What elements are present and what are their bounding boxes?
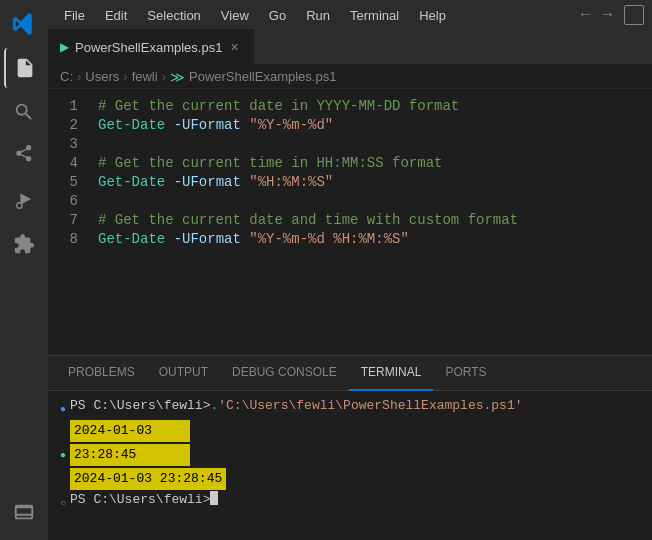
menu-bar: File Edit Selection View Go Run Terminal… — [48, 0, 652, 30]
terminal-line-2: ○ PS C:\Users\fewli> — [60, 491, 640, 513]
terminal-line-1: ● PS C:\Users\fewli> . 'C:\Users\fewli\P… — [60, 397, 640, 419]
breadcrumb-fewli: fewli — [132, 69, 158, 84]
line-content-2: Get-Date -UFormat "%Y-%m-%d" — [98, 116, 652, 135]
panel-tabs: PROBLEMS OUTPUT DEBUG CONSOLE TERMINAL P… — [48, 356, 652, 391]
menu-go[interactable]: Go — [261, 6, 294, 25]
breadcrumb-sep-3: › — [162, 69, 166, 84]
maximize-button[interactable] — [624, 5, 644, 25]
menu-help[interactable]: Help — [411, 6, 454, 25]
terminal-dot-green: ● — [60, 447, 66, 465]
terminal-output-3: ● 2024-01-03 23:28:45 — [60, 467, 640, 491]
breadcrumb-sep-1: › — [77, 69, 81, 84]
code-line-6: 6 — [48, 192, 652, 211]
tab-close-button[interactable]: × — [228, 37, 240, 57]
terminal-date-output: 2024-01-03 — [70, 420, 190, 442]
menu-edit[interactable]: Edit — [97, 6, 135, 25]
terminal-cursor — [210, 491, 218, 505]
panel-tab-output[interactable]: OUTPUT — [147, 356, 220, 391]
breadcrumb: C: › Users › fewli › ≫ PowerShellExample… — [48, 65, 652, 89]
menu-view[interactable]: View — [213, 6, 257, 25]
terminal-dot-blue: ● — [60, 401, 66, 419]
menu-run[interactable]: Run — [298, 6, 338, 25]
line-number-8: 8 — [48, 230, 98, 249]
breadcrumb-sep-2: › — [123, 69, 127, 84]
editor-content[interactable]: 1 # Get the current date in YYYY-MM-DD f… — [48, 89, 652, 355]
panel-tab-terminal[interactable]: TERMINAL — [349, 356, 434, 391]
main-content: File Edit Selection View Go Run Terminal… — [48, 0, 652, 540]
line-content-7: # Get the current date and time with cus… — [98, 211, 652, 230]
code-line-4: 4 # Get the current time in HH:MM:SS for… — [48, 154, 652, 173]
tab-filename: PowerShellExamples.ps1 — [75, 40, 222, 55]
terminal-path: 'C:\Users\fewli\PowerShellExamples.ps1' — [218, 397, 522, 415]
terminal-content[interactable]: ● PS C:\Users\fewli> . 'C:\Users\fewli\P… — [48, 391, 652, 540]
extensions-icon[interactable] — [4, 224, 44, 264]
terminal-cmd: . — [210, 397, 218, 415]
line-content-5: Get-Date -UFormat "%H:%M:%S" — [98, 173, 652, 192]
code-line-8: 8 Get-Date -UFormat "%Y-%m-%d %H:%M:%S" — [48, 230, 652, 249]
line-content-8: Get-Date -UFormat "%Y-%m-%d %H:%M:%S" — [98, 230, 652, 249]
line-content-4: # Get the current time in HH:MM:SS forma… — [98, 154, 652, 173]
code-line-3: 3 — [48, 135, 652, 154]
tab-bar: ▶ PowerShellExamples.ps1 × — [48, 30, 652, 65]
editor-area: 1 # Get the current date in YYYY-MM-DD f… — [48, 89, 652, 540]
code-line-1: 1 # Get the current date in YYYY-MM-DD f… — [48, 97, 652, 116]
line-number-7: 7 — [48, 211, 98, 230]
activity-bar — [0, 0, 48, 540]
run-debug-icon[interactable] — [4, 180, 44, 220]
line-number-2: 2 — [48, 116, 98, 135]
back-button[interactable]: ← — [577, 4, 595, 26]
tab-powershell-examples[interactable]: ▶ PowerShellExamples.ps1 × — [48, 29, 254, 64]
search-icon[interactable] — [4, 92, 44, 132]
explorer-icon[interactable] — [4, 48, 44, 88]
panel-tab-debug-console[interactable]: DEBUG CONSOLE — [220, 356, 349, 391]
breadcrumb-filename: PowerShellExamples.ps1 — [189, 69, 336, 84]
source-control-icon[interactable] — [4, 136, 44, 176]
terminal-dot-empty: ○ — [60, 495, 66, 513]
code-line-7: 7 # Get the current date and time with c… — [48, 211, 652, 230]
line-number-3: 3 — [48, 135, 98, 154]
line-number-4: 4 — [48, 154, 98, 173]
nav-icons: ← → — [577, 4, 644, 26]
code-line-5: 5 Get-Date -UFormat "%H:%M:%S" — [48, 173, 652, 192]
remote-explorer-icon[interactable] — [4, 492, 44, 532]
terminal-prompt-2: PS C:\Users\fewli> — [70, 491, 210, 509]
line-number-5: 5 — [48, 173, 98, 192]
terminal-output-2: ● 23:28:45 — [60, 443, 640, 467]
forward-button[interactable]: → — [598, 4, 616, 26]
breadcrumb-c: C: — [60, 69, 73, 84]
line-content-1: # Get the current date in YYYY-MM-DD for… — [98, 97, 652, 116]
breadcrumb-users: Users — [85, 69, 119, 84]
terminal-time-output: 23:28:45 — [70, 444, 190, 466]
panel-tab-ports[interactable]: PORTS — [433, 356, 498, 391]
menu-file[interactable]: File — [56, 6, 93, 25]
vscode-logo-icon — [4, 4, 44, 44]
terminal-prompt-1: PS C:\Users\fewli> — [70, 397, 210, 415]
panel: PROBLEMS OUTPUT DEBUG CONSOLE TERMINAL P… — [48, 355, 652, 540]
terminal-datetime-output: 2024-01-03 23:28:45 — [70, 468, 226, 490]
code-line-2: 2 Get-Date -UFormat "%Y-%m-%d" — [48, 116, 652, 135]
menu-selection[interactable]: Selection — [139, 6, 208, 25]
powershell-tab-icon: ▶ — [60, 40, 69, 54]
menu-terminal[interactable]: Terminal — [342, 6, 407, 25]
panel-tab-problems[interactable]: PROBLEMS — [56, 356, 147, 391]
svg-point-0 — [17, 203, 23, 209]
line-number-6: 6 — [48, 192, 98, 211]
breadcrumb-ps-icon: ≫ — [170, 69, 185, 85]
terminal-output-1: ● 2024-01-03 — [60, 419, 640, 443]
line-number-1: 1 — [48, 97, 98, 116]
